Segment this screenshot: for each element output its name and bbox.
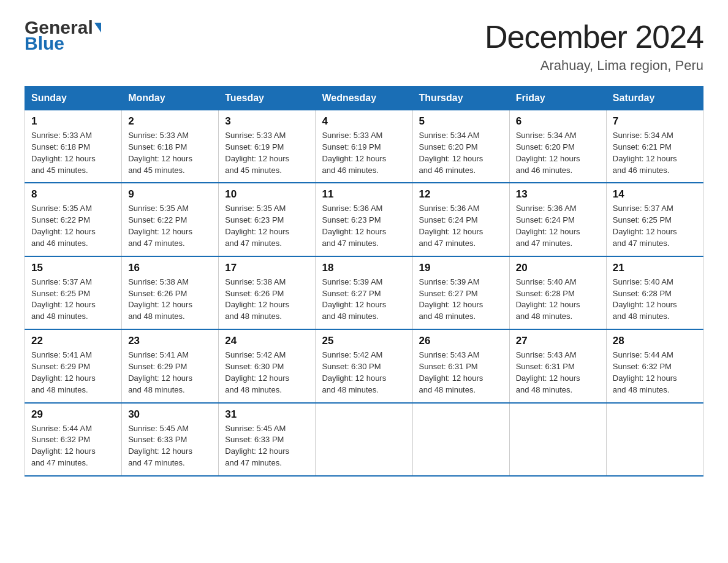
day-number: 29 <box>31 408 115 421</box>
day-info: Sunrise: 5:38 AM Sunset: 6:26 PM Dayligh… <box>225 277 309 323</box>
day-cell-2-4: 19 Sunrise: 5:39 AM Sunset: 6:27 PM Dayl… <box>412 256 509 329</box>
week-row-3: 15 Sunrise: 5:37 AM Sunset: 6:25 PM Dayl… <box>25 256 703 329</box>
week-row-5: 29 Sunrise: 5:44 AM Sunset: 6:32 PM Dayl… <box>25 403 703 476</box>
day-info: Sunrise: 5:40 AM Sunset: 6:28 PM Dayligh… <box>613 277 697 323</box>
day-number: 2 <box>128 115 212 128</box>
day-cell-0-3: 4 Sunrise: 5:33 AM Sunset: 6:19 PM Dayli… <box>316 110 412 183</box>
header-monday: Monday <box>122 86 219 110</box>
week-row-2: 8 Sunrise: 5:35 AM Sunset: 6:22 PM Dayli… <box>25 183 703 256</box>
day-number: 19 <box>419 262 503 274</box>
day-number: 4 <box>322 115 406 128</box>
day-info: Sunrise: 5:34 AM Sunset: 6:20 PM Dayligh… <box>419 130 503 176</box>
day-info: Sunrise: 5:36 AM Sunset: 6:24 PM Dayligh… <box>516 203 600 249</box>
day-cell-2-3: 18 Sunrise: 5:39 AM Sunset: 6:27 PM Dayl… <box>316 256 412 329</box>
day-number: 27 <box>516 335 600 347</box>
day-number: 17 <box>225 262 309 274</box>
day-number: 24 <box>225 335 309 347</box>
day-info: Sunrise: 5:38 AM Sunset: 6:26 PM Dayligh… <box>128 277 212 323</box>
day-cell-3-1: 23 Sunrise: 5:41 AM Sunset: 6:29 PM Dayl… <box>122 329 219 402</box>
day-info: Sunrise: 5:37 AM Sunset: 6:25 PM Dayligh… <box>613 203 697 249</box>
header-friday: Friday <box>509 86 606 110</box>
day-cell-4-3 <box>316 403 412 476</box>
day-cell-3-0: 22 Sunrise: 5:41 AM Sunset: 6:29 PM Dayl… <box>25 329 122 402</box>
day-info: Sunrise: 5:35 AM Sunset: 6:22 PM Dayligh… <box>128 203 212 249</box>
page-header: General Blue December 2024 Arahuay, Lima… <box>25 18 703 74</box>
day-number: 21 <box>613 262 697 274</box>
day-cell-4-2: 31 Sunrise: 5:45 AM Sunset: 6:33 PM Dayl… <box>219 403 316 476</box>
day-cell-0-4: 5 Sunrise: 5:34 AM Sunset: 6:20 PM Dayli… <box>412 110 509 183</box>
day-cell-2-1: 16 Sunrise: 5:38 AM Sunset: 6:26 PM Dayl… <box>122 256 219 329</box>
day-number: 20 <box>516 262 600 274</box>
day-cell-2-6: 21 Sunrise: 5:40 AM Sunset: 6:28 PM Dayl… <box>606 256 703 329</box>
day-number: 22 <box>31 335 115 347</box>
logo-triangle-icon <box>94 23 101 33</box>
day-info: Sunrise: 5:37 AM Sunset: 6:25 PM Dayligh… <box>31 277 115 323</box>
day-info: Sunrise: 5:36 AM Sunset: 6:23 PM Dayligh… <box>322 203 406 249</box>
day-info: Sunrise: 5:44 AM Sunset: 6:32 PM Dayligh… <box>613 350 697 396</box>
logo: General Blue <box>25 18 101 53</box>
day-number: 26 <box>419 335 503 347</box>
day-number: 15 <box>31 262 115 274</box>
day-cell-3-5: 27 Sunrise: 5:43 AM Sunset: 6:31 PM Dayl… <box>509 329 606 402</box>
week-row-1: 1 Sunrise: 5:33 AM Sunset: 6:18 PM Dayli… <box>25 110 703 183</box>
day-cell-1-4: 12 Sunrise: 5:36 AM Sunset: 6:24 PM Dayl… <box>412 183 509 256</box>
day-info: Sunrise: 5:33 AM Sunset: 6:18 PM Dayligh… <box>128 130 212 176</box>
day-number: 12 <box>419 188 503 201</box>
day-cell-1-0: 8 Sunrise: 5:35 AM Sunset: 6:22 PM Dayli… <box>25 183 122 256</box>
day-cell-0-6: 7 Sunrise: 5:34 AM Sunset: 6:21 PM Dayli… <box>606 110 703 183</box>
day-cell-2-2: 17 Sunrise: 5:38 AM Sunset: 6:26 PM Dayl… <box>219 256 316 329</box>
day-cell-0-0: 1 Sunrise: 5:33 AM Sunset: 6:18 PM Dayli… <box>25 110 122 183</box>
day-number: 31 <box>225 408 309 421</box>
day-info: Sunrise: 5:42 AM Sunset: 6:30 PM Dayligh… <box>225 350 309 396</box>
day-number: 28 <box>613 335 697 347</box>
calendar-table: Sunday Monday Tuesday Wednesday Thursday… <box>25 86 703 477</box>
day-cell-4-5 <box>509 403 606 476</box>
day-info: Sunrise: 5:41 AM Sunset: 6:29 PM Dayligh… <box>31 350 115 396</box>
header-tuesday: Tuesday <box>219 86 316 110</box>
header-saturday: Saturday <box>606 86 703 110</box>
day-info: Sunrise: 5:39 AM Sunset: 6:27 PM Dayligh… <box>419 277 503 323</box>
day-number: 13 <box>516 188 600 201</box>
weekday-header-row: Sunday Monday Tuesday Wednesday Thursday… <box>25 86 703 110</box>
day-cell-1-3: 11 Sunrise: 5:36 AM Sunset: 6:23 PM Dayl… <box>316 183 412 256</box>
day-cell-4-0: 29 Sunrise: 5:44 AM Sunset: 6:32 PM Dayl… <box>25 403 122 476</box>
day-info: Sunrise: 5:40 AM Sunset: 6:28 PM Dayligh… <box>516 277 600 323</box>
day-info: Sunrise: 5:35 AM Sunset: 6:22 PM Dayligh… <box>31 203 115 249</box>
day-cell-0-1: 2 Sunrise: 5:33 AM Sunset: 6:18 PM Dayli… <box>122 110 219 183</box>
day-number: 10 <box>225 188 309 201</box>
day-cell-4-4 <box>412 403 509 476</box>
day-cell-3-4: 26 Sunrise: 5:43 AM Sunset: 6:31 PM Dayl… <box>412 329 509 402</box>
day-cell-1-2: 10 Sunrise: 5:35 AM Sunset: 6:23 PM Dayl… <box>219 183 316 256</box>
month-title: December 2024 <box>485 18 703 55</box>
day-cell-3-2: 24 Sunrise: 5:42 AM Sunset: 6:30 PM Dayl… <box>219 329 316 402</box>
day-cell-1-1: 9 Sunrise: 5:35 AM Sunset: 6:22 PM Dayli… <box>122 183 219 256</box>
day-number: 25 <box>322 335 406 347</box>
day-cell-0-5: 6 Sunrise: 5:34 AM Sunset: 6:20 PM Dayli… <box>509 110 606 183</box>
day-number: 6 <box>516 115 600 128</box>
title-section: December 2024 Arahuay, Lima region, Peru <box>485 18 703 74</box>
day-info: Sunrise: 5:35 AM Sunset: 6:23 PM Dayligh… <box>225 203 309 249</box>
day-number: 7 <box>613 115 697 128</box>
day-number: 9 <box>128 188 212 201</box>
day-number: 16 <box>128 262 212 274</box>
day-number: 23 <box>128 335 212 347</box>
day-number: 14 <box>613 188 697 201</box>
day-number: 18 <box>322 262 406 274</box>
day-number: 1 <box>31 115 115 128</box>
day-info: Sunrise: 5:34 AM Sunset: 6:20 PM Dayligh… <box>516 130 600 176</box>
day-number: 30 <box>128 408 212 421</box>
header-sunday: Sunday <box>25 86 122 110</box>
day-number: 8 <box>31 188 115 201</box>
logo-blue: Blue <box>25 34 101 53</box>
location-title: Arahuay, Lima region, Peru <box>485 58 703 74</box>
day-cell-4-6 <box>606 403 703 476</box>
day-info: Sunrise: 5:45 AM Sunset: 6:33 PM Dayligh… <box>225 423 309 469</box>
day-cell-2-0: 15 Sunrise: 5:37 AM Sunset: 6:25 PM Dayl… <box>25 256 122 329</box>
day-cell-4-1: 30 Sunrise: 5:45 AM Sunset: 6:33 PM Dayl… <box>122 403 219 476</box>
day-info: Sunrise: 5:36 AM Sunset: 6:24 PM Dayligh… <box>419 203 503 249</box>
day-info: Sunrise: 5:41 AM Sunset: 6:29 PM Dayligh… <box>128 350 212 396</box>
day-info: Sunrise: 5:33 AM Sunset: 6:19 PM Dayligh… <box>322 130 406 176</box>
day-info: Sunrise: 5:33 AM Sunset: 6:19 PM Dayligh… <box>225 130 309 176</box>
day-info: Sunrise: 5:42 AM Sunset: 6:30 PM Dayligh… <box>322 350 406 396</box>
day-info: Sunrise: 5:33 AM Sunset: 6:18 PM Dayligh… <box>31 130 115 176</box>
